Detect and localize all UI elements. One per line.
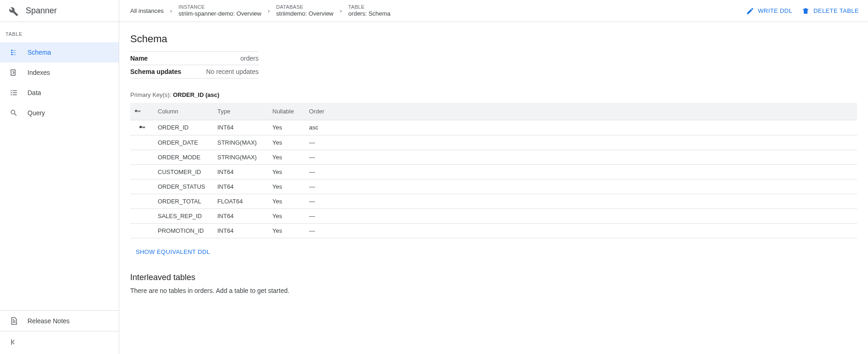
cell-key: [130, 194, 154, 209]
notes-icon: [9, 316, 18, 326]
meta-row-name: Name orders: [130, 52, 259, 65]
sidebar-item-release-notes[interactable]: Release Notes: [0, 311, 119, 331]
table-row: SALES_REP_IDINT64Yes—: [130, 209, 857, 224]
cell-nullable: Yes: [269, 120, 305, 135]
cell-key: [130, 165, 154, 180]
cell-column: ORDER_STATUS: [154, 180, 214, 194]
brand-title: Spanner: [26, 6, 57, 16]
svg-point-2: [11, 54, 12, 55]
header-type: Type: [214, 103, 269, 120]
cell-key: [130, 135, 154, 150]
meta-table: Name orders Schema updates No recent upd…: [130, 51, 259, 79]
header-column: Column: [154, 103, 214, 120]
cell-column: ORDER_MODE: [154, 150, 214, 165]
main-content: Schema Name orders Schema updates No rec…: [119, 22, 868, 354]
breadcrumb-root[interactable]: All instances: [130, 7, 164, 14]
table-row: ORDER_DATESTRING(MAX)Yes—: [130, 135, 857, 150]
breadcrumb-table-value: orders: Schema: [348, 10, 391, 17]
page-title: Schema: [130, 33, 857, 45]
columns-table: Column Type Nullable Order ORDER_IDINT64…: [130, 103, 857, 238]
pencil-icon: [746, 7, 754, 15]
sidebar-item-schema[interactable]: Schema: [0, 42, 119, 62]
sidebar-item-label: Indexes: [28, 69, 50, 76]
indexes-icon: [9, 68, 18, 77]
cell-order: —: [305, 224, 857, 238]
cell-nullable: Yes: [269, 135, 305, 150]
cell-type: INT64: [214, 180, 269, 194]
table-row: ORDER_STATUSINT64Yes—: [130, 180, 857, 194]
cell-order: —: [305, 194, 857, 209]
cell-order: —: [305, 209, 857, 224]
chevron-right-icon: ›: [170, 7, 172, 14]
cell-nullable: Yes: [269, 224, 305, 238]
table-row: PROMOTION_IDINT64Yes—: [130, 224, 857, 238]
search-icon: [9, 108, 18, 118]
show-equivalent-ddl-button[interactable]: SHOW EQUIVALENT DDL: [130, 248, 210, 255]
cell-type: INT64: [214, 224, 269, 238]
key-icon: [138, 124, 146, 131]
cell-nullable: Yes: [269, 180, 305, 194]
table-row: ORDER_MODESTRING(MAX)Yes—: [130, 150, 857, 165]
brand-area: Spanner: [0, 0, 119, 22]
cell-key: [130, 180, 154, 194]
chevron-right-icon: ›: [268, 7, 270, 14]
write-ddl-button[interactable]: WRITE DDL: [746, 7, 792, 15]
cell-column: ORDER_ID: [154, 120, 214, 135]
cell-type: INT64: [214, 120, 269, 135]
cell-column: SALES_REP_ID: [154, 209, 214, 224]
header-nullable: Nullable: [269, 103, 305, 120]
cell-column: ORDER_DATE: [154, 135, 214, 150]
meta-name-value: orders: [240, 55, 259, 62]
cell-column: CUSTOMER_ID: [154, 165, 214, 180]
table-row: CUSTOMER_IDINT64Yes—: [130, 165, 857, 180]
primary-key-value: ORDER_ID (asc): [173, 91, 219, 98]
key-icon: [134, 108, 141, 115]
collapse-sidebar-button[interactable]: [0, 331, 119, 354]
meta-name-label: Name: [130, 55, 148, 62]
cell-column: ORDER_TOTAL: [154, 194, 214, 209]
cell-type: FLOAT64: [214, 194, 269, 209]
sidebar-item-query[interactable]: Query: [0, 103, 119, 123]
sidebar-item-label: Data: [28, 89, 41, 96]
cell-order: asc: [305, 120, 857, 135]
breadcrumb-table[interactable]: TABLE orders: Schema: [348, 4, 391, 17]
sidebar-item-label: Schema: [28, 49, 51, 56]
table-row: ORDER_TOTALFLOAT64Yes—: [130, 194, 857, 209]
data-icon: [9, 88, 18, 97]
cell-key: [130, 150, 154, 165]
top-bar: Spanner All instances › INSTANCE striim-…: [0, 0, 868, 22]
breadcrumb: All instances › INSTANCE striim-spanner-…: [119, 0, 746, 22]
top-actions: WRITE DDL DELETE TABLE: [746, 0, 868, 22]
breadcrumb-instance[interactable]: INSTANCE striim-spanner-demo: Overview: [178, 4, 261, 17]
table-row: ORDER_IDINT64Yesasc: [130, 120, 857, 135]
svg-point-0: [11, 50, 12, 51]
schema-icon: [9, 48, 18, 57]
table-header-row: Column Type Nullable Order: [130, 103, 857, 120]
cell-column: PROMOTION_ID: [154, 224, 214, 238]
cell-order: —: [305, 165, 857, 180]
breadcrumb-database[interactable]: DATABASE striimdemo: Overview: [276, 4, 333, 17]
cell-nullable: Yes: [269, 150, 305, 165]
sidebar-item-indexes[interactable]: Indexes: [0, 62, 119, 83]
cell-nullable: Yes: [269, 209, 305, 224]
breadcrumb-instance-label: INSTANCE: [178, 4, 261, 10]
breadcrumb-database-label: DATABASE: [276, 4, 333, 10]
cell-type: INT64: [214, 165, 269, 180]
delete-table-label: DELETE TABLE: [813, 7, 859, 14]
cell-key: [130, 224, 154, 238]
delete-table-button[interactable]: DELETE TABLE: [802, 7, 859, 15]
cell-key: [130, 120, 154, 135]
sidebar-item-data[interactable]: Data: [0, 83, 119, 103]
chevron-left-icon: [9, 338, 17, 346]
cell-nullable: Yes: [269, 165, 305, 180]
write-ddl-label: WRITE DDL: [758, 7, 792, 14]
spanner-icon: [6, 5, 19, 17]
interleaved-heading: Interleaved tables: [130, 273, 857, 282]
cell-order: —: [305, 135, 857, 150]
cell-nullable: Yes: [269, 194, 305, 209]
cell-key: [130, 209, 154, 224]
meta-updates-value: No recent updates: [206, 68, 259, 75]
meta-updates-label: Schema updates: [130, 68, 181, 75]
cell-type: INT64: [214, 209, 269, 224]
cell-order: —: [305, 180, 857, 194]
